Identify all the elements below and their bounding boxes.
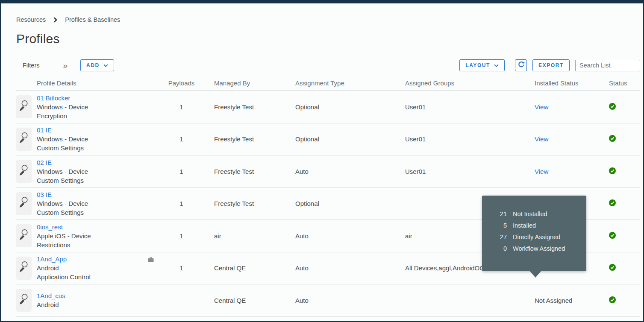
tooltip-label: Not Installed — [513, 208, 547, 220]
profile-icon-cell — [16, 128, 37, 151]
export-button-label: EXPORT — [538, 62, 564, 68]
refresh-icon — [518, 61, 525, 70]
status-cell — [609, 296, 640, 304]
profile-type: Custom Settings — [37, 143, 144, 152]
status-check-circle-icon[interactable] — [609, 135, 616, 143]
table-row[interactable]: 1And_cus Android Central QE Auto Not Ass… — [16, 284, 640, 317]
table-row[interactable]: 02 IE Windows - Device Custom Settings 1… — [16, 155, 640, 188]
payloads-cell: 1 — [149, 264, 214, 272]
profile-type: Encryption — [37, 111, 144, 120]
assignment-type-cell: Auto — [295, 297, 405, 304]
tooltip-row: 21 Not Installed — [482, 208, 586, 220]
profile-icon-tile[interactable] — [16, 95, 32, 118]
search-input[interactable] — [575, 60, 640, 71]
breadcrumb: Resources Profiles & Baselines — [16, 16, 640, 23]
table-row[interactable]: 01 Bitlocker Windows - Device Encryption… — [16, 91, 640, 123]
status-check-circle-icon[interactable] — [609, 103, 616, 111]
filters-toggle[interactable]: Filters — [23, 62, 39, 69]
profile-type: Custom Settings — [37, 208, 144, 217]
refresh-button[interactable] — [515, 59, 527, 71]
assigned-groups-cell: User01 — [405, 168, 535, 175]
profile-icon-tile[interactable] — [16, 128, 32, 151]
profile-magnifier-pencil-icon — [18, 162, 30, 181]
status-check-circle-icon[interactable] — [609, 232, 616, 240]
assigned-groups-cell: User01 — [405, 103, 535, 111]
status-check-circle-icon[interactable] — [609, 167, 616, 176]
profile-name-link[interactable]: 1And_App — [37, 255, 144, 263]
breadcrumb-resources[interactable]: Resources — [16, 16, 46, 23]
profile-type: Application Control — [37, 272, 144, 281]
table-row[interactable]: 01 IE Windows - Device Custom Settings 1… — [16, 123, 640, 156]
tooltip-count: 0 — [482, 243, 507, 255]
profile-icon-tile[interactable] — [16, 257, 32, 280]
profile-icon-tile[interactable] — [16, 289, 32, 312]
profile-icon-cell — [16, 95, 37, 118]
tooltip-count: 5 — [482, 220, 507, 231]
filters-expand-icon[interactable]: » — [63, 61, 68, 70]
chevron-down-icon — [494, 62, 499, 68]
profile-platform: Windows - Device — [37, 102, 144, 111]
assignment-type-cell: Auto — [295, 168, 405, 175]
profile-icon-tile[interactable] — [16, 160, 32, 183]
payloads-cell: 1 — [149, 200, 214, 207]
profile-platform: Windows - Device — [37, 135, 144, 143]
work-profile-icon — [148, 256, 154, 263]
chevron-down-icon — [103, 62, 108, 68]
column-header-assigned-groups[interactable]: Assigned Groups — [405, 79, 535, 87]
profile-name-link[interactable]: 1And_cus — [37, 291, 144, 300]
profile-icon-cell — [16, 160, 37, 183]
assignment-type-cell: Optional — [295, 200, 405, 207]
profile-platform: Android — [37, 300, 144, 309]
installed-status-cell[interactable]: View — [535, 168, 609, 175]
status-check-circle-icon[interactable] — [609, 199, 616, 208]
assignment-type-cell: Optional — [295, 103, 405, 111]
profile-icon-cell — [16, 257, 37, 280]
column-header-managed-by[interactable]: Managed By — [214, 79, 295, 87]
payloads-cell: 1 — [149, 135, 214, 143]
main-content: Resources Profiles & Baselines Profiles … — [16, 16, 640, 317]
profile-platform: Android — [37, 263, 144, 272]
tooltip-label: Workflow Assigned — [513, 243, 565, 255]
status-check-circle-icon[interactable] — [609, 264, 616, 272]
assignment-type-cell: Auto — [295, 232, 405, 240]
layout-button[interactable]: LAYOUT — [459, 59, 505, 71]
profile-name-link[interactable]: 01 IE — [37, 126, 144, 135]
managed-by-cell: Central QE — [214, 264, 295, 272]
tooltip-label: Installed — [513, 220, 536, 231]
tooltip-row: 5 Installed — [482, 220, 586, 231]
profile-icon-tile[interactable] — [16, 192, 32, 215]
managed-by-cell: Freestyle Test — [214, 103, 295, 111]
column-header-assignment-type[interactable]: Assignment Type — [295, 79, 405, 87]
column-header-payloads[interactable]: Payloads — [149, 79, 214, 87]
profile-details-cell: 1And_cus Android — [37, 291, 149, 309]
tooltip-row: 0 Workflow Assigned — [482, 243, 586, 255]
add-button[interactable]: ADD — [80, 59, 114, 71]
installed-status-cell[interactable]: View — [535, 135, 609, 143]
add-button-label: ADD — [86, 62, 100, 68]
status-check-circle-icon[interactable] — [609, 296, 616, 304]
column-header-profile-details[interactable]: Profile Details — [37, 79, 149, 87]
column-header-status[interactable]: Status — [609, 79, 640, 87]
profile-details-cell: 01 Bitlocker Windows - Device Encryption — [37, 94, 149, 120]
profile-details-cell: 01 IE Windows - Device Custom Settings — [37, 126, 149, 152]
profile-name-link[interactable]: 03 IE — [37, 190, 144, 199]
profile-details-cell: 03 IE Windows - Device Custom Settings — [37, 190, 149, 217]
managed-by-cell: Central QE — [214, 297, 295, 304]
profile-name-link[interactable]: 0ios_rest — [37, 222, 144, 231]
layout-button-label: LAYOUT — [465, 62, 490, 68]
profile-details-cell: 02 IE Windows - Device Custom Settings — [37, 158, 149, 185]
profile-magnifier-pencil-icon — [18, 129, 30, 149]
installed-status-cell[interactable]: View — [535, 103, 609, 111]
profile-name-link[interactable]: 01 Bitlocker — [37, 94, 144, 102]
status-cell — [609, 199, 640, 208]
column-header-installed-status[interactable]: Installed Status — [535, 79, 609, 87]
profile-icon-cell — [16, 224, 37, 247]
export-button[interactable]: EXPORT — [532, 59, 570, 71]
managed-by-cell: Freestyle Test — [214, 200, 295, 207]
profile-name-link[interactable]: 02 IE — [37, 158, 144, 167]
profile-type: Custom Settings — [37, 176, 144, 185]
status-cell — [609, 103, 640, 111]
profile-icon-tile[interactable] — [16, 224, 32, 247]
profile-details-cell: 1And_App Android Application Control — [37, 255, 149, 281]
profile-magnifier-pencil-icon — [18, 291, 30, 310]
